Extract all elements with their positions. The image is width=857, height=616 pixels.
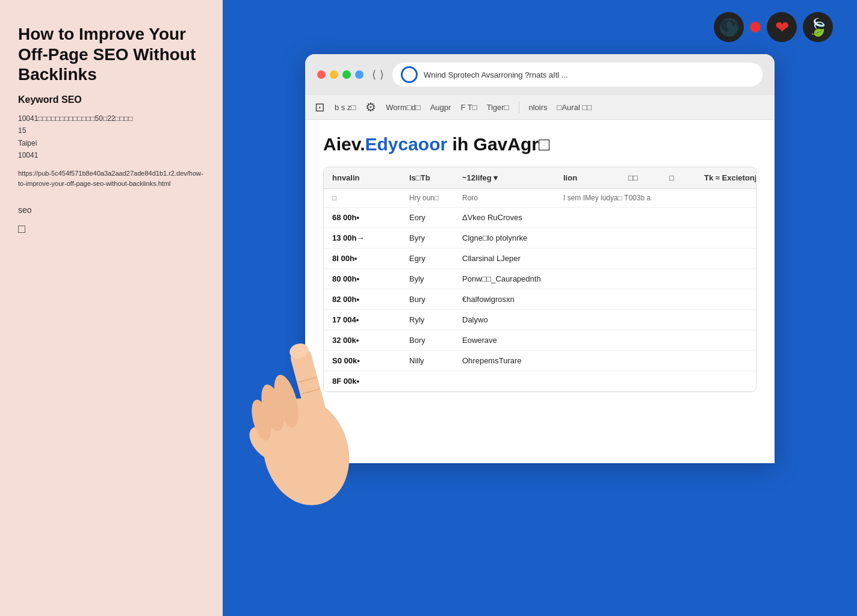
vol-3: 8I 00h• — [332, 254, 404, 263]
trend-4: Byly — [409, 274, 457, 283]
kw-1: ΔVkeo RuCroves — [462, 213, 558, 222]
right-panel: 🌑 ❤ 🍃 — [223, 0, 857, 616]
article-url: https://pub-5c454f571b8e40a3a2aad27ade84… — [18, 168, 205, 188]
col-header-4: lion — [563, 173, 623, 182]
subh-3: Roro — [462, 194, 558, 202]
browser-toolbar: ⊡ b s z□ ⚙ Worm□d□ Augpr F T□ Tiger□ nlo… — [305, 95, 775, 120]
kw-6: Dalywo — [462, 315, 558, 324]
article-title: How to Improve Your Off-Page SEO Without… — [18, 24, 205, 85]
browser-circle-icon — [401, 66, 418, 83]
table-header: hnvalin ls□Tb ~12lifeg ▾ lion □□ □ Tk ≈ … — [324, 167, 756, 189]
browser-window: ⟨ ⟩ Wnind Sprotech Avsarroning ?rnats aI… — [305, 54, 775, 463]
table-subheader: □ Hry oun□ Roro I sem IMey iudya□ T003b … — [324, 189, 756, 208]
subh-2: Hry oun□ — [409, 194, 457, 202]
toolbar-item-tiger[interactable]: Tiger□ — [487, 103, 509, 112]
col-header-1: hnvalin — [332, 173, 404, 182]
table-row: 8F 00k• — [324, 371, 756, 392]
kw-8: OhrepemsTurare — [462, 356, 558, 365]
title-part2: Edycaoor — [365, 134, 447, 154]
title-part4: GavAgr□ — [474, 134, 550, 154]
toolbar-item-fte[interactable]: F T□ — [460, 103, 477, 112]
table-row: 8I 00h• Egry Cllarsinal LJeper — [324, 248, 756, 269]
vol-2: 13 00h→ — [332, 233, 404, 242]
keyword-label: Keyword SEO — [18, 94, 205, 105]
col-header-6: □ — [669, 173, 699, 182]
kw-7: Eowerave — [462, 336, 558, 345]
kw-4: Ponw□□_Caurapednth — [462, 274, 558, 283]
top-icons-row: 🌑 ❤ 🍃 — [223, 12, 857, 42]
subh-4: I sem IMey iudya□ T003b a — [563, 194, 664, 202]
sidebar: How to Improve Your Off-Page SEO Without… — [0, 0, 223, 616]
toolbar-item-aural[interactable]: □Aural □□ — [557, 103, 592, 112]
subh-1: □ — [332, 194, 404, 202]
kw-2: Clgne□lo ptolynrke — [462, 233, 558, 242]
tl-minimize[interactable] — [330, 70, 338, 79]
browser-chrome: ⟨ ⟩ Wnind Sprotech Avsarroning ?rnats aI… — [305, 54, 775, 95]
tl-maximize[interactable] — [342, 70, 351, 79]
trend-6: Ryly — [409, 315, 457, 324]
kw-3: Cllarsinal LJeper — [462, 254, 558, 263]
content-title: Aiev.Edycaoor ih GavAgr□ — [323, 134, 756, 155]
vol-1: 68 00h• — [332, 213, 404, 222]
table-row: 32 00k• Bory Eowerave — [324, 330, 756, 351]
vol-6: 17 004• — [332, 315, 404, 324]
toolbar-item-worm[interactable]: Worm□d□ — [386, 103, 420, 112]
title-part3: ih — [453, 134, 469, 154]
vol-7: 32 00k• — [332, 336, 404, 345]
back-icon[interactable]: ⟨ — [372, 68, 376, 81]
title-part1: Aiev. — [323, 134, 365, 154]
browser-content: Aiev.Edycaoor ih GavAgr□ hnvalin ls□Tb ~… — [305, 120, 775, 407]
tl-extra[interactable] — [355, 70, 364, 79]
table-row: S0 00k• Nilly OhrepemsTurare — [324, 351, 756, 371]
table-row: 80 00h• Byly Ponw□□_Caurapednth — [324, 269, 756, 289]
svg-point-3 — [270, 372, 303, 430]
trend-2: Byry — [409, 233, 457, 242]
toolbar-divider — [519, 101, 519, 113]
browser-wrapper: ⟨ ⟩ Wnind Sprotech Avsarroning ?rnats aI… — [305, 54, 775, 463]
keyword-table: hnvalin ls□Tb ~12lifeg ▾ lion □□ □ Tk ≈ … — [323, 167, 756, 392]
tl-close[interactable] — [317, 70, 326, 79]
col-header-2: ls□Tb — [409, 173, 457, 182]
toolbar-item-1[interactable]: b s z□ — [335, 103, 356, 112]
trend-7: Bory — [409, 336, 457, 345]
tag-label: seo — [18, 205, 205, 215]
meta-info: 10041□□□□□□□□□□□□□50□22□□□□ 15 Taipei 10… — [18, 112, 205, 162]
vol-9: 8F 00k• — [332, 377, 404, 386]
trend-3: Egry — [409, 254, 457, 263]
address-text: Wnind Sprotech Avsarroning ?rnats aItl .… — [424, 70, 568, 79]
col-header-3: ~12lifeg ▾ — [462, 173, 558, 182]
icon-circle-1: 🌑 — [714, 12, 744, 42]
tag-icon: □ — [18, 222, 205, 236]
trend-5: Bury — [409, 295, 457, 304]
col-header-5: □□ — [628, 173, 664, 182]
svg-point-1 — [243, 420, 290, 467]
trend-1: Eory — [409, 213, 457, 222]
traffic-lights — [317, 70, 364, 79]
toolbar-icon-2[interactable]: ⚙ — [365, 100, 376, 114]
table-row: 68 00h• Eory ΔVkeo RuCroves — [324, 208, 756, 228]
table-row: 17 004• Ryly Dalywo — [324, 310, 756, 330]
address-bar[interactable]: Wnind Sprotech Avsarroning ?rnats aItl .… — [392, 63, 763, 87]
vol-5: 82 00h• — [332, 295, 404, 304]
nav-buttons: ⟨ ⟩ — [372, 68, 384, 81]
vol-8: S0 00k• — [332, 356, 404, 365]
kw-5: €halfowigrosxn — [462, 295, 558, 304]
toolbar-item-augpr[interactable]: Augpr — [430, 103, 451, 112]
icon-circle-3: 🍃 — [803, 12, 833, 42]
col-header-7: Tk ≈ Excietonj — [704, 173, 756, 182]
vol-4: 80 00h• — [332, 274, 404, 283]
toolbar-icon-1[interactable]: ⊡ — [315, 100, 325, 114]
table-row: 13 00h→ Byry Clgne□lo ptolynrke — [324, 228, 756, 248]
table-row: 82 00h• Bury €halfowigrosxn — [324, 289, 756, 310]
svg-point-4 — [257, 382, 288, 434]
toolbar-item-nloirs[interactable]: nloirs — [529, 103, 548, 112]
forward-icon[interactable]: ⟩ — [380, 68, 384, 81]
trend-8: Nilly — [409, 356, 457, 365]
svg-point-5 — [248, 398, 275, 443]
icon-circle-2: ❤ — [767, 12, 797, 42]
